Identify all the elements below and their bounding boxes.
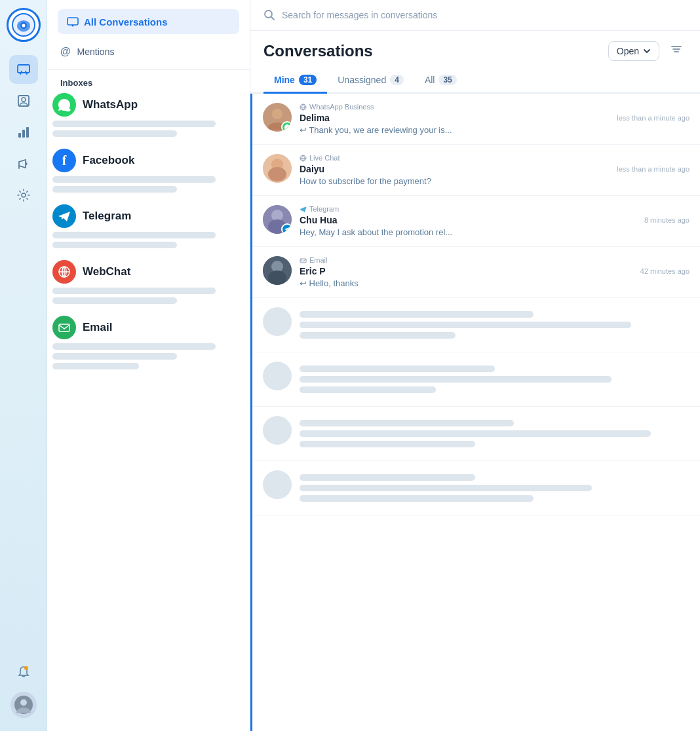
- table-row[interactable]: Live Chat Daiyu less than a minute ago H…: [252, 145, 700, 196]
- skeleton-line: [52, 363, 139, 369]
- inbox-telegram[interactable]: Telegram: [52, 204, 244, 228]
- table-row[interactable]: Telegram Chu Hua 8 minutes ago Hey, May …: [252, 196, 700, 247]
- telegram-icon: [52, 204, 76, 228]
- sidebar-item-campaigns[interactable]: [9, 149, 38, 178]
- inbox-webchat[interactable]: WebChat: [52, 260, 244, 284]
- svg-rect-7: [22, 130, 25, 138]
- search-placeholder: Search for messages in conversations: [282, 10, 437, 20]
- email-icon: [52, 316, 76, 339]
- conversation-body: WhatsApp Business Delima less than a min…: [300, 103, 690, 135]
- inbox-facebook[interactable]: f Facebook: [52, 149, 244, 172]
- skeleton-line: [300, 485, 592, 491]
- search-icon: [263, 9, 275, 21]
- svg-rect-6: [18, 133, 21, 138]
- tab-unassigned-label: Unassigned: [338, 75, 386, 85]
- tab-unassigned-badge: 4: [390, 75, 404, 85]
- inboxes-section: Inboxes: [47, 70, 250, 93]
- app-logo[interactable]: [7, 8, 41, 42]
- svg-point-5: [22, 98, 26, 102]
- skeleton-body: [300, 362, 690, 397]
- email-label: Email: [83, 321, 112, 334]
- telegram-label: Telegram: [83, 210, 131, 223]
- tab-mine-badge: 31: [299, 75, 317, 85]
- svg-rect-8: [26, 127, 29, 138]
- skeleton-body: [300, 470, 690, 506]
- filter-button[interactable]: [666, 39, 687, 63]
- inbox-email[interactable]: Email: [52, 316, 244, 339]
- icon-sidebar: [0, 0, 47, 731]
- list-item: WhatsApp: [52, 93, 244, 137]
- table-row[interactable]: WhatsApp Business Delima less than a min…: [252, 94, 700, 145]
- svg-point-14: [72, 25, 74, 27]
- sidebar-item-contacts[interactable]: [9, 86, 38, 115]
- status-dropdown-label: Open: [617, 46, 639, 56]
- sidebar-item-reports[interactable]: [9, 118, 38, 147]
- svg-rect-29: [268, 167, 286, 181]
- skeleton-avatar: [263, 416, 292, 445]
- skeleton-line: [300, 474, 475, 481]
- all-conversations-button[interactable]: All Conversations: [58, 9, 239, 34]
- skeleton-line: [52, 288, 216, 294]
- skeleton-line: [300, 420, 514, 426]
- search-bar[interactable]: Search for messages in conversations: [250, 0, 700, 31]
- table-row[interactable]: Email Eric P 42 minutes ago ↩ Hello, tha…: [252, 247, 700, 298]
- source-label: WhatsApp Business: [300, 103, 690, 111]
- name-time-row: Eric P 42 minutes ago: [300, 266, 690, 276]
- source-label: Telegram: [300, 205, 690, 213]
- tab-all[interactable]: All 35: [414, 68, 467, 94]
- skeleton-body: [300, 307, 690, 343]
- mentions-button[interactable]: @ Mentions: [58, 41, 239, 63]
- whatsapp-icon: [52, 93, 76, 117]
- name-time-row: Chu Hua 8 minutes ago: [300, 215, 690, 225]
- skeleton-line: [52, 343, 216, 350]
- avatar: [263, 154, 292, 183]
- tab-unassigned[interactable]: Unassigned 4: [327, 68, 414, 94]
- conversation-body: Live Chat Daiyu less than a minute ago H…: [300, 154, 690, 186]
- tab-mine[interactable]: Mine 31: [263, 68, 327, 94]
- avatar: [263, 256, 292, 285]
- svg-point-9: [22, 193, 26, 197]
- middle-panel: All Conversations @ Mentions Inboxes Wha…: [47, 0, 250, 731]
- whatsapp-label: WhatsApp: [83, 98, 138, 111]
- channel-badge-telegram: [281, 223, 292, 234]
- skeleton-avatar: [263, 307, 292, 336]
- tab-mine-label: Mine: [274, 75, 295, 85]
- name-time-row: Delima less than a minute ago: [300, 113, 690, 123]
- skeleton-line: [300, 322, 631, 328]
- status-dropdown[interactable]: Open: [608, 41, 659, 61]
- tab-all-badge: 35: [438, 75, 456, 85]
- sidebar-item-conversations[interactable]: [9, 55, 38, 84]
- skeleton-line: [300, 332, 456, 339]
- table-row: [252, 298, 700, 352]
- skeleton-line: [52, 242, 177, 248]
- at-icon: @: [60, 46, 71, 58]
- skeleton-line: [52, 130, 177, 137]
- conversations-title: Conversations: [263, 42, 373, 60]
- conversation-time: less than a minute ago: [617, 165, 690, 173]
- skeleton-avatar: [263, 362, 292, 390]
- skeleton-avatar: [263, 470, 292, 499]
- message-preview: ↩ Hello, thanks: [300, 278, 690, 288]
- svg-point-12: [20, 700, 27, 706]
- skeleton-line: [52, 186, 177, 193]
- message-preview: Hey, May I ask about the promotion rel..…: [300, 227, 690, 237]
- notifications-button[interactable]: [9, 658, 38, 686]
- user-avatar[interactable]: [10, 692, 37, 718]
- skeleton-line: [300, 441, 475, 447]
- facebook-label: Facebook: [83, 154, 134, 167]
- table-row: [252, 352, 700, 407]
- list-item: Email: [52, 316, 244, 369]
- skeleton-line: [300, 386, 436, 393]
- sidebar-item-settings[interactable]: [9, 181, 38, 210]
- message-preview: How to subscribe for the payment?: [300, 176, 690, 186]
- name-time-row: Daiyu less than a minute ago: [300, 164, 690, 174]
- inbox-whatsapp[interactable]: WhatsApp: [52, 93, 244, 117]
- middle-header: All Conversations @ Mentions: [47, 0, 250, 70]
- conversation-body: Telegram Chu Hua 8 minutes ago Hey, May …: [300, 205, 690, 237]
- svg-rect-37: [300, 259, 306, 263]
- skeleton-line: [300, 366, 495, 372]
- skeleton-line: [300, 376, 612, 383]
- skeleton-line: [52, 121, 216, 127]
- mentions-label: Mentions: [77, 47, 115, 57]
- skeleton-line: [300, 430, 651, 437]
